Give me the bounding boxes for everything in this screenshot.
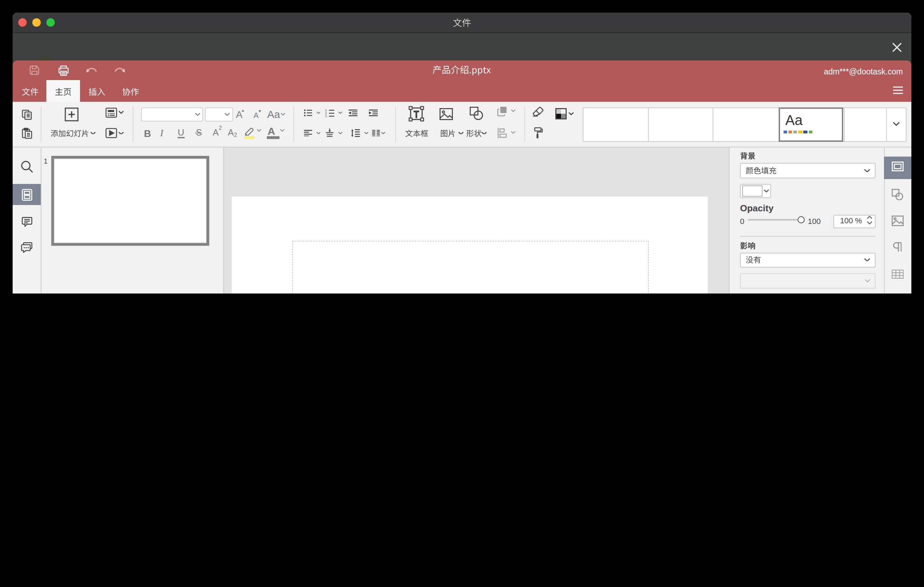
svg-text:3: 3 bbox=[325, 114, 327, 117]
